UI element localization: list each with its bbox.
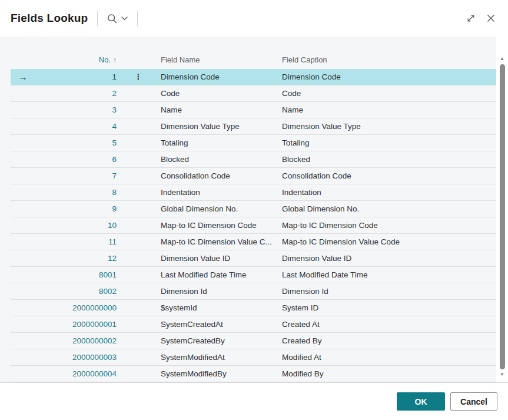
field-name-cell: SystemCreatedBy bbox=[161, 336, 282, 345]
column-header-field-name[interactable]: Field Name bbox=[161, 55, 282, 64]
field-name-cell: $systemId bbox=[161, 303, 282, 312]
field-caption-cell: Map-to IC Dimension Value Code bbox=[282, 237, 496, 246]
table-row[interactable]: 8001 Last Modified Date Time Last Modifi… bbox=[11, 267, 496, 283]
titlebar-divider bbox=[97, 11, 98, 26]
field-no-link[interactable]: 12 bbox=[35, 254, 117, 263]
table-body: → 1 ⋮ Dimension Code Dimension Code 2 Co… bbox=[11, 69, 496, 382]
field-no-link[interactable]: 2000000000 bbox=[35, 303, 117, 312]
table-row[interactable]: 5 Totaling Totaling bbox=[11, 135, 496, 151]
table-row[interactable]: 12 Dimension Value ID Dimension Value ID bbox=[11, 250, 496, 267]
table-row[interactable]: 7 Consolidation Code Consolidation Code bbox=[11, 168, 496, 184]
field-caption-cell: System ID bbox=[282, 303, 496, 312]
field-name-cell: Dimension Value ID bbox=[161, 254, 282, 263]
table-row[interactable]: 2000000004 SystemModifiedBy Modified By bbox=[11, 366, 496, 382]
table-header-row: No.↑ Field Name Field Caption bbox=[11, 51, 496, 69]
table-row[interactable]: 11 Map-to IC Dimension Value C... Map-to… bbox=[11, 234, 496, 250]
field-caption-cell: Blocked bbox=[282, 155, 496, 164]
field-caption-cell: Created At bbox=[282, 320, 496, 329]
field-caption-cell: Dimension Id bbox=[282, 287, 496, 296]
column-header-field-caption[interactable]: Field Caption bbox=[282, 55, 496, 64]
field-no-link[interactable]: 2000000003 bbox=[35, 353, 117, 362]
field-no-link[interactable]: 4 bbox=[35, 122, 117, 131]
chevron-down-icon bbox=[121, 16, 128, 21]
field-no-link[interactable]: 3 bbox=[35, 105, 117, 114]
scroll-up-icon[interactable]: ▲ bbox=[500, 57, 504, 61]
sort-ascending-icon: ↑ bbox=[113, 56, 117, 64]
selected-row-arrow-icon: → bbox=[11, 72, 35, 82]
field-name-cell: Dimension Id bbox=[161, 287, 282, 296]
search-icon bbox=[107, 14, 117, 24]
table-row[interactable]: 6 Blocked Blocked bbox=[11, 151, 496, 168]
field-name-cell: Map-to IC Dimension Code bbox=[161, 221, 282, 230]
cancel-button[interactable]: Cancel bbox=[450, 392, 497, 411]
field-name-cell: Totaling bbox=[161, 138, 282, 147]
row-options-ellipsis-icon[interactable]: ⋮ bbox=[117, 72, 161, 81]
field-no-link[interactable]: 6 bbox=[35, 155, 117, 164]
field-name-cell: Blocked bbox=[161, 155, 282, 164]
field-name-cell: Code bbox=[161, 89, 282, 98]
lookup-table-area: No.↑ Field Name Field Caption → 1 ⋮ Dime… bbox=[0, 37, 508, 382]
expand-window-icon[interactable] bbox=[466, 13, 476, 24]
ok-button[interactable]: OK bbox=[397, 392, 445, 411]
scroll-down-icon[interactable]: ▼ bbox=[500, 372, 504, 377]
field-name-cell: SystemCreatedAt bbox=[161, 320, 282, 329]
field-caption-cell: Indentation bbox=[282, 188, 496, 197]
close-icon[interactable] bbox=[486, 13, 496, 24]
table-row[interactable]: 2 Code Code bbox=[11, 85, 496, 102]
field-caption-cell: Name bbox=[282, 105, 496, 114]
field-no-link[interactable]: 2000000004 bbox=[35, 369, 117, 378]
table-row[interactable]: 8 Indentation Indentation bbox=[11, 184, 496, 201]
scrollbar-thumb[interactable] bbox=[500, 64, 505, 369]
dialog-footer: OK Cancel bbox=[0, 382, 508, 420]
titlebar-divider bbox=[137, 11, 138, 26]
table-row[interactable]: → 1 ⋮ Dimension Code Dimension Code bbox=[11, 69, 496, 85]
table-row[interactable]: 3 Name Name bbox=[11, 102, 496, 118]
field-no-link[interactable]: 10 bbox=[35, 221, 117, 230]
field-caption-cell: Modified At bbox=[282, 353, 496, 362]
field-caption-cell: Global Dimension No. bbox=[282, 204, 496, 213]
page-title: Fields Lookup bbox=[11, 12, 88, 25]
field-name-cell: Name bbox=[161, 105, 282, 114]
dialog-titlebar: Fields Lookup bbox=[0, 0, 508, 37]
field-name-cell: Indentation bbox=[161, 188, 282, 197]
field-no-link[interactable]: 11 bbox=[35, 237, 117, 246]
table-row[interactable]: 2000000000 $systemId System ID bbox=[11, 300, 496, 316]
table-row[interactable]: 4 Dimension Value Type Dimension Value T… bbox=[11, 118, 496, 135]
field-caption-cell: Totaling bbox=[282, 138, 496, 147]
table-row[interactable]: 10 Map-to IC Dimension Code Map-to IC Di… bbox=[11, 217, 496, 234]
field-no-link[interactable]: 2000000001 bbox=[35, 320, 117, 329]
field-caption-cell: Map-to IC Dimension Code bbox=[282, 221, 496, 230]
field-no-link[interactable]: 2 bbox=[35, 89, 117, 98]
field-name-cell: Dimension Code bbox=[161, 72, 282, 81]
vertical-scrollbar: ▲ ▼ bbox=[496, 37, 508, 382]
field-caption-cell: Dimension Value ID bbox=[282, 254, 496, 263]
field-name-cell: Map-to IC Dimension Value C... bbox=[161, 237, 282, 246]
field-caption-cell: Consolidation Code bbox=[282, 171, 496, 180]
field-name-cell: Dimension Value Type bbox=[161, 122, 282, 131]
field-caption-cell: Last Modified Date Time bbox=[282, 270, 496, 279]
field-caption-cell: Code bbox=[282, 89, 496, 98]
field-name-cell: Last Modified Date Time bbox=[161, 270, 282, 279]
table-row[interactable]: 2000000002 SystemCreatedBy Created By bbox=[11, 333, 496, 349]
table-row[interactable]: 2000000001 SystemCreatedAt Created At bbox=[11, 316, 496, 333]
field-name-cell: SystemModifiedAt bbox=[161, 353, 282, 362]
field-no-link[interactable]: 8001 bbox=[35, 270, 117, 279]
field-no-link[interactable]: 8 bbox=[35, 188, 117, 197]
table-row[interactable]: 8002 Dimension Id Dimension Id bbox=[11, 283, 496, 300]
field-no-link[interactable]: 9 bbox=[35, 204, 117, 213]
field-no-link[interactable]: 8002 bbox=[35, 287, 117, 296]
column-header-no[interactable]: No.↑ bbox=[35, 55, 117, 64]
field-no-link[interactable]: 7 bbox=[35, 171, 117, 180]
field-no-link[interactable]: 1 bbox=[35, 72, 117, 81]
field-caption-cell: Modified By bbox=[282, 369, 496, 378]
field-caption-cell: Dimension Value Type bbox=[282, 122, 496, 131]
table-row[interactable]: 9 Global Dimension No. Global Dimension … bbox=[11, 201, 496, 217]
field-caption-cell: Created By bbox=[282, 336, 496, 345]
field-caption-cell: Dimension Code bbox=[282, 72, 496, 81]
field-name-cell: SystemModifiedBy bbox=[161, 369, 282, 378]
field-no-link[interactable]: 5 bbox=[35, 138, 117, 147]
field-no-link[interactable]: 2000000002 bbox=[35, 336, 117, 345]
search-button[interactable] bbox=[107, 14, 128, 24]
field-name-cell: Global Dimension No. bbox=[161, 204, 282, 213]
table-row[interactable]: 2000000003 SystemModifiedAt Modified At bbox=[11, 349, 496, 366]
